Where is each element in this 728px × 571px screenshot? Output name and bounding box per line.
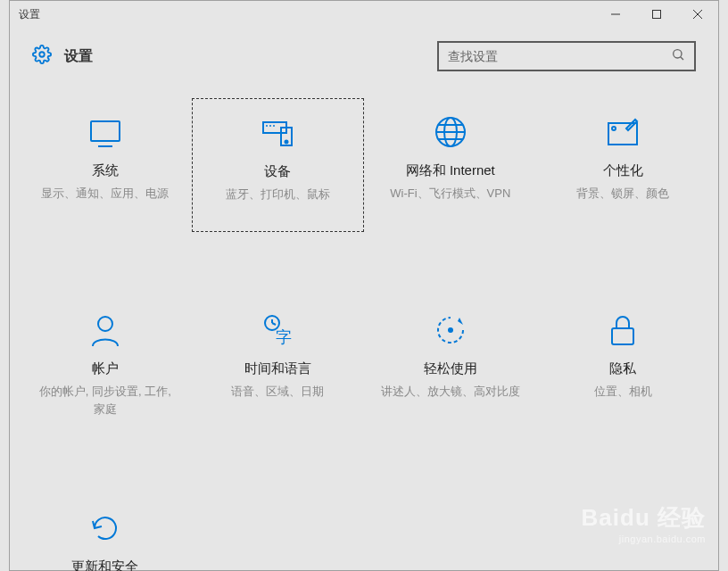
window-title: 设置 — [19, 7, 40, 22]
tile-devices[interactable]: 设备 蓝牙、打印机、鼠标 — [192, 98, 365, 232]
gear-icon — [32, 45, 52, 68]
tile-ease-of-access[interactable]: 轻松使用 讲述人、放大镜、高对比度 — [364, 296, 537, 430]
header: 设置 — [10, 28, 718, 80]
personalization-icon — [605, 114, 641, 150]
tile-title: 个性化 — [603, 162, 643, 179]
maximize-button[interactable] — [636, 1, 677, 28]
tile-desc: 语音、区域、日期 — [231, 383, 324, 401]
tile-title: 更新和安全 — [71, 559, 138, 571]
tile-privacy[interactable]: 隐私 位置、相机 — [537, 296, 710, 430]
tile-desc: 显示、通知、应用、电源 — [41, 185, 169, 203]
ease-of-access-icon — [433, 312, 468, 348]
svg-rect-28 — [612, 328, 633, 344]
header-left: 设置 — [32, 45, 93, 68]
tile-title: 隐私 — [609, 360, 636, 377]
tile-update-security[interactable]: 更新和安全 — [19, 494, 192, 571]
search-icon — [671, 47, 685, 65]
tile-desc: 背景、锁屏、颜色 — [576, 185, 669, 203]
svg-point-11 — [285, 141, 288, 144]
tile-desc: Wi-Fi、飞行模式、VPN — [390, 185, 510, 203]
svg-line-6 — [681, 57, 683, 60]
time-language-icon: 字 — [260, 312, 295, 348]
tile-title: 轻松使用 — [424, 360, 477, 377]
minimize-button[interactable] — [595, 1, 636, 28]
update-security-icon — [87, 510, 123, 546]
svg-point-21 — [612, 127, 616, 130]
tile-network[interactable]: 网络和 Internet Wi-Fi、飞行模式、VPN — [364, 98, 537, 232]
search-box[interactable] — [437, 41, 696, 71]
tiles-grid: 系统 显示、通知、应用、电源 设备 蓝牙、打印机、鼠标 网络和 Internet… — [10, 80, 718, 571]
window-controls — [595, 1, 718, 28]
settings-window: 设置 设置 — [9, 0, 719, 571]
search-input[interactable] — [448, 49, 671, 63]
titlebar: 设置 — [10, 1, 718, 28]
svg-line-25 — [272, 323, 276, 325]
tile-desc: 蓝牙、打印机、鼠标 — [226, 186, 330, 203]
svg-text:字: 字 — [276, 328, 292, 346]
privacy-icon — [605, 312, 641, 348]
svg-rect-1 — [653, 11, 661, 19]
tile-desc: 讲述人、放大镜、高对比度 — [381, 383, 520, 401]
tile-accounts[interactable]: 帐户 你的帐户, 同步设置, 工作, 家庭 — [19, 296, 192, 430]
close-button[interactable] — [677, 1, 718, 28]
page-title: 设置 — [64, 47, 93, 66]
tile-desc: 位置、相机 — [594, 383, 652, 401]
tile-title: 帐户 — [92, 360, 119, 377]
svg-point-4 — [39, 52, 45, 57]
svg-point-27 — [448, 327, 453, 333]
svg-point-5 — [674, 50, 682, 58]
svg-rect-7 — [91, 121, 120, 141]
tile-system[interactable]: 系统 显示、通知、应用、电源 — [19, 98, 192, 232]
tile-personalization[interactable]: 个性化 背景、锁屏、颜色 — [537, 98, 710, 232]
tile-title: 设备 — [264, 163, 291, 180]
tile-title: 时间和语言 — [244, 360, 311, 377]
network-icon — [433, 114, 468, 150]
tile-desc: 你的帐户, 同步设置, 工作, 家庭 — [34, 383, 177, 418]
system-icon — [87, 114, 123, 150]
tile-title: 网络和 Internet — [406, 162, 495, 179]
svg-point-22 — [98, 317, 112, 331]
accounts-icon — [87, 312, 123, 348]
devices-icon — [260, 115, 295, 151]
tile-title: 系统 — [92, 162, 119, 179]
tile-time-language[interactable]: 字 时间和语言 语音、区域、日期 — [192, 296, 365, 430]
